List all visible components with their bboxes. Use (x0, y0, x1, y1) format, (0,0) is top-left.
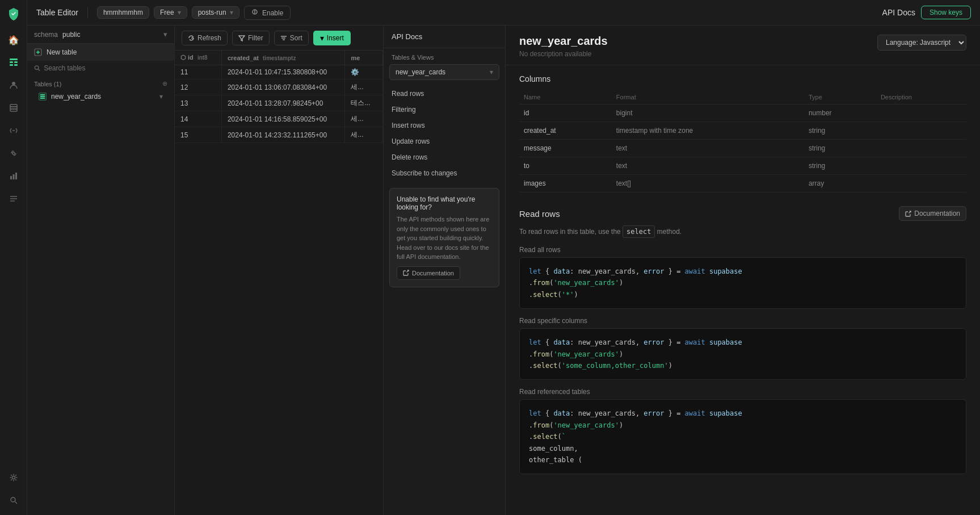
docs-subtitle: No description available (519, 50, 608, 58)
code-sections: Read all rowslet { data: new_year_cards,… (519, 246, 966, 474)
cell-me: 테스... (345, 95, 383, 111)
svg-rect-28 (40, 96, 45, 97)
api-nav-update-rows[interactable]: Update rows (384, 133, 505, 149)
table-name: new_year_cards (51, 93, 101, 101)
refresh-icon (188, 35, 195, 41)
cell-me: 세... (345, 111, 383, 127)
table-editor-panel: schema public ▾ New table (27, 26, 384, 515)
language-selector[interactable]: Language: Javascript (877, 35, 966, 51)
refresh-button[interactable]: Refresh (182, 31, 228, 45)
branch-pill[interactable]: posts-run ▾ (192, 6, 239, 19)
cell-created-at: 2024-01-01 14:16:58.859025+00 (221, 111, 345, 127)
table-data-area: Refresh Filter Sort (175, 26, 383, 515)
sort-label: Sort (290, 34, 302, 42)
search-tables-bar (27, 61, 174, 76)
sort-button[interactable]: Sort (274, 31, 309, 45)
table-grid-icon (39, 93, 47, 101)
page-title: Table Editor (36, 8, 78, 17)
insert-button[interactable]: ▾ Insert (313, 31, 351, 45)
cell-created-at: 2024-01-01 13:28:07.98245+00 (221, 95, 345, 111)
api-nav-subscribe-to-changes[interactable]: Subscribe to changes (384, 165, 505, 181)
nav-settings[interactable] (3, 467, 24, 488)
cell-me: 세... (345, 79, 383, 95)
svg-rect-2 (14, 61, 18, 63)
col-id-name: id (188, 54, 194, 61)
schema-value: public (62, 31, 80, 39)
cell-id: 13 (175, 95, 221, 111)
filter-button[interactable]: Filter (232, 31, 270, 45)
svg-point-5 (12, 82, 15, 85)
columns-section: Columns Name Format Type Description id … (519, 74, 966, 192)
api-nav-read-rows[interactable]: Read rows (384, 86, 505, 102)
code-section-label: Read all rows (519, 246, 966, 254)
project-pill[interactable]: hmmhmmhm (97, 6, 149, 19)
search-icon (34, 65, 40, 72)
docs-title-area: new_year_cards No description available (519, 35, 608, 58)
docs-header: new_year_cards No description available … (506, 26, 980, 65)
svg-line-26 (38, 69, 40, 71)
enable-button[interactable]: Enable (244, 6, 291, 20)
col-th-name: Name (519, 90, 612, 104)
api-nav-insert-rows[interactable]: Insert rows (384, 118, 505, 133)
nav-bottom (3, 467, 24, 510)
col-th-desc: Description (876, 90, 966, 104)
header-pills: hmmhmmhm Free ▾ posts-run ▾ Enable (97, 6, 873, 20)
search-tables-input[interactable] (44, 64, 167, 72)
data-table: ⬡ id int8 created_at timestamptz me (175, 51, 383, 515)
code-block: let { data: new_year_cards, error } = aw… (519, 328, 966, 380)
filter-label: Filter (248, 34, 263, 42)
table-row: 12 2024-01-01 13:06:07.083084+00 세... (175, 79, 383, 95)
api-panel-header: API Docs (384, 26, 505, 48)
tooltip-title: Unable to find what you're looking for? (397, 195, 492, 211)
nav-auth[interactable] (3, 75, 24, 95)
tables-header: Tables (1) ⊕ (34, 80, 167, 87)
tooltip-doc-button[interactable]: Documentation (397, 266, 460, 280)
nav-table[interactable] (3, 52, 24, 73)
cell-id: 11 (175, 65, 221, 79)
nav-logs[interactable] (3, 189, 24, 209)
nav-search[interactable] (3, 490, 24, 510)
columns-table: Name Format Type Description id bigint n… (519, 90, 966, 192)
tables-views-label: Tables & Views (384, 48, 505, 64)
col-type: array (804, 175, 876, 192)
docs-panel: new_year_cards No description available … (506, 26, 980, 515)
table-row: 14 2024-01-01 14:16:58.859025+00 세... (175, 111, 383, 127)
plan-pill[interactable]: Free ▾ (154, 6, 187, 19)
col-format: text[] (612, 175, 804, 192)
nav-functions[interactable] (3, 120, 24, 141)
table-select-dropdown[interactable]: new_year_cards ▾ (389, 64, 499, 80)
api-nav-delete-rows[interactable]: Delete rows (384, 149, 505, 165)
col-type: string (804, 140, 876, 157)
header-divider (87, 7, 88, 18)
svg-rect-12 (12, 174, 14, 179)
col-header-id: ⬡ id int8 (175, 51, 221, 65)
show-keys-button[interactable]: Show keys (921, 6, 971, 19)
enable-label: Enable (262, 9, 283, 17)
docs-title: new_year_cards (519, 35, 608, 48)
documentation-button[interactable]: Documentation (899, 206, 966, 221)
api-tooltip-box: Unable to find what you're looking for? … (389, 188, 499, 287)
table-item-new-year-cards[interactable]: new_year_cards ▾ (34, 90, 167, 103)
docs-content: Columns Name Format Type Description id … (506, 65, 980, 515)
svg-rect-8 (10, 104, 17, 107)
table-row: 11 2024-01-01 10:47:15.380808+00 ⚙️ (175, 65, 383, 79)
plan-name: Free (160, 9, 174, 16)
nav-storage[interactable] (3, 98, 24, 118)
col-name: message (519, 140, 612, 157)
nav-realtime[interactable] (3, 143, 24, 164)
schema-selector[interactable]: schema public ▾ (27, 26, 174, 44)
col-type: string (804, 122, 876, 140)
api-nav-list: Read rowsFilteringInsert rowsUpdate rows… (384, 86, 505, 181)
col-desc (876, 175, 966, 192)
nav-home[interactable]: 🏠 (3, 30, 24, 50)
project-name: hmmhmmhm (103, 9, 143, 16)
nav-reports[interactable] (3, 166, 24, 186)
new-table-button[interactable]: New table (27, 44, 174, 61)
col-th-type: Type (804, 90, 876, 104)
column-row: images text[] array (519, 175, 966, 192)
svg-rect-13 (15, 173, 17, 179)
cell-me: ⚙️ (345, 65, 383, 79)
api-nav-filtering[interactable]: Filtering (384, 102, 505, 118)
main-content: Table Editor hmmhmmhm Free ▾ posts-run ▾… (27, 0, 980, 515)
body-area: schema public ▾ New table (27, 26, 980, 515)
